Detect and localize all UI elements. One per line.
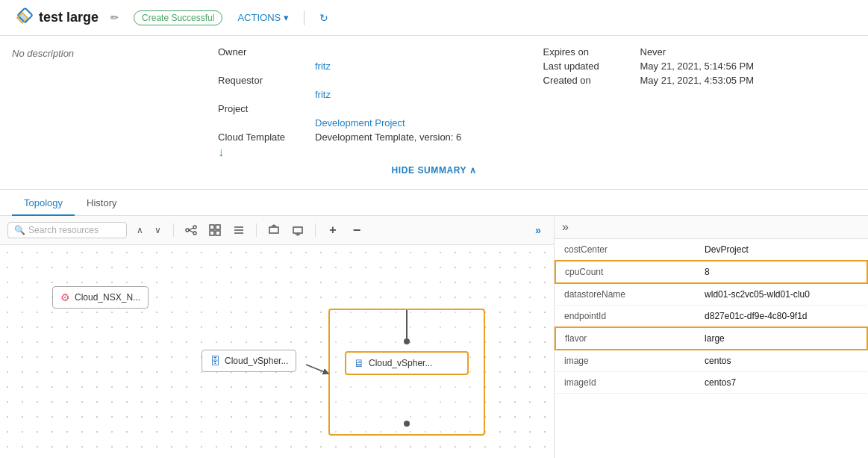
svg-rect-8 [216, 225, 220, 229]
owner-value[interactable]: fritz [315, 61, 519, 72]
panel-expand-icon[interactable]: » [562, 220, 569, 234]
prop-value: wld01-sc2vc05-wld01-clu0 [696, 283, 867, 306]
created-value: May 21, 2021, 4:53:05 PM [640, 75, 845, 86]
owner-label: Owner [218, 46, 315, 58]
nsx-label: Cloud_NSX_N... [75, 292, 140, 303]
last-updated-label: Last updated [543, 61, 640, 72]
nav-down-button[interactable]: ∨ [149, 222, 166, 238]
prop-key: datastoreName [555, 283, 696, 306]
table-row[interactable]: imageIdcentos7 [555, 372, 867, 394]
app-logo [12, 7, 33, 28]
app-title: test large [39, 10, 99, 25]
toolbar-separator [173, 223, 174, 237]
vsphere2-icon: 🖥 [354, 357, 364, 369]
svg-point-4 [193, 232, 196, 235]
collapse-all-button[interactable] [264, 220, 284, 240]
expires-label: Expires on [543, 46, 640, 58]
refresh-icon[interactable]: ↻ [319, 12, 328, 24]
nsx-icon: ⚙ [60, 291, 70, 303]
requestor-value[interactable]: fritz [315, 89, 519, 100]
tab-topology[interactable]: Topology [12, 190, 75, 216]
search-box[interactable]: 🔍 Search resources [7, 222, 127, 238]
svg-line-5 [189, 228, 193, 230]
actions-button[interactable]: ACTIONS ▾ [237, 12, 289, 23]
topology-toolbar: 🔍 Search resources ∧ ∨ [0, 216, 554, 245]
nav-up-button[interactable]: ∧ [131, 222, 148, 238]
vsphere2-label: Cloud_vSpher... [369, 358, 432, 368]
project-value[interactable]: Development Project [315, 117, 519, 129]
list-view-button[interactable] [229, 220, 249, 240]
node-group: 🖥 Cloud_vSpher... [328, 309, 485, 436]
table-row[interactable]: datastoreNamewld01-sc2vc05-wld01-clu0 [555, 283, 867, 306]
header: test large ✏ Create Successful ACTIONS ▾… [0, 0, 868, 36]
topology-panel: 🔍 Search resources ∧ ∨ [0, 216, 555, 458]
nav-buttons: ∧ ∨ [131, 222, 166, 238]
vsphere1-label: Cloud_vSpher... [225, 356, 288, 366]
prop-value: large [696, 327, 867, 350]
summary-left-col: Owner fritz Requestor fritz Project Deve… [206, 46, 531, 159]
connector-dot-bottom [404, 421, 410, 427]
search-icon: 🔍 [14, 225, 25, 235]
zoom-out-button[interactable]: − [347, 220, 366, 240]
grid-view-button[interactable] [205, 220, 225, 240]
properties-table: costCenterDevProjectcpuCount8datastoreNa… [555, 239, 868, 394]
node-vsphere-1[interactable]: 🗄 Cloud_vSpher... [202, 350, 296, 372]
last-updated-value: May 21, 2021, 5:14:56 PM [640, 61, 845, 72]
node-vsphere-2[interactable]: 🖥 Cloud_vSpher... [345, 351, 469, 375]
header-divider [304, 10, 305, 25]
panel-toggle-button[interactable]: » [530, 222, 546, 238]
cloud-template-label: Cloud Template [218, 131, 315, 143]
content-area: 🔍 Search resources ∧ ∨ [0, 216, 868, 458]
prop-key: costCenter [555, 239, 696, 261]
svg-rect-14 [269, 227, 278, 233]
connector-dot-top [404, 338, 410, 344]
panel-header: » [555, 216, 868, 239]
logo-area: test large ✏ Create Successful ACTIONS ▾… [12, 7, 328, 28]
table-row[interactable]: imagecentos [555, 350, 867, 372]
svg-rect-16 [293, 227, 302, 233]
summary-right-col: Expires on Never Last updated May 21, 20… [531, 46, 857, 159]
prop-value: 8 [696, 261, 867, 283]
tab-bar: Topology History [0, 190, 868, 216]
toolbar-separator-3 [315, 223, 316, 237]
expand-all-button[interactable] [288, 220, 307, 240]
cloud-template-value: Development Template, version: 6 [315, 131, 519, 143]
topology-canvas[interactable]: ⚙ Cloud_NSX_N... 🗄 Cloud_vSpher... 🖥 Clo… [0, 245, 554, 458]
search-placeholder: Search resources [28, 225, 99, 235]
prop-key: imageId [555, 372, 696, 394]
created-label: Created on [543, 75, 640, 86]
table-row[interactable]: flavorlarge [555, 327, 867, 350]
requestor-label: Requestor [218, 75, 315, 86]
svg-point-2 [186, 229, 189, 232]
prop-key: cpuCount [555, 261, 696, 283]
edit-icon[interactable]: ✏ [110, 12, 119, 23]
project-label: Project [218, 103, 315, 114]
prop-value: d827e01c-df9e-4c80-9f1d [696, 306, 867, 328]
table-row[interactable]: cpuCount8 [555, 261, 867, 283]
summary-section: No description Owner fritz Requestor fri… [0, 36, 868, 190]
no-description-text: No description [12, 46, 206, 59]
node-nsx[interactable]: ⚙ Cloud_NSX_N... [52, 286, 149, 309]
prop-value: centos [696, 350, 867, 372]
tab-history[interactable]: History [75, 190, 128, 216]
topology-view-button[interactable] [181, 220, 201, 240]
hide-summary-button[interactable]: HIDE SUMMARY ∧ [12, 159, 856, 179]
svg-line-6 [189, 230, 193, 232]
prop-key: image [555, 350, 696, 372]
svg-rect-10 [216, 231, 220, 235]
zoom-in-button[interactable]: + [323, 220, 343, 240]
svg-point-3 [193, 226, 196, 229]
prop-key: flavor [555, 327, 696, 350]
table-row[interactable]: endpointIdd827e01c-df9e-4c80-9f1d [555, 306, 867, 328]
toolbar-separator-2 [256, 223, 257, 237]
vsphere1-icon: 🗄 [210, 355, 220, 367]
expires-value: Never [640, 46, 845, 58]
download-icon[interactable]: ↓ [218, 146, 519, 159]
prop-value: DevProject [696, 239, 867, 261]
prop-value: centos7 [696, 372, 867, 394]
status-badge: Create Successful [134, 10, 222, 25]
connector-vertical [406, 310, 408, 340]
table-row[interactable]: costCenterDevProject [555, 239, 867, 261]
prop-key: endpointId [555, 306, 696, 328]
svg-rect-9 [210, 231, 214, 235]
